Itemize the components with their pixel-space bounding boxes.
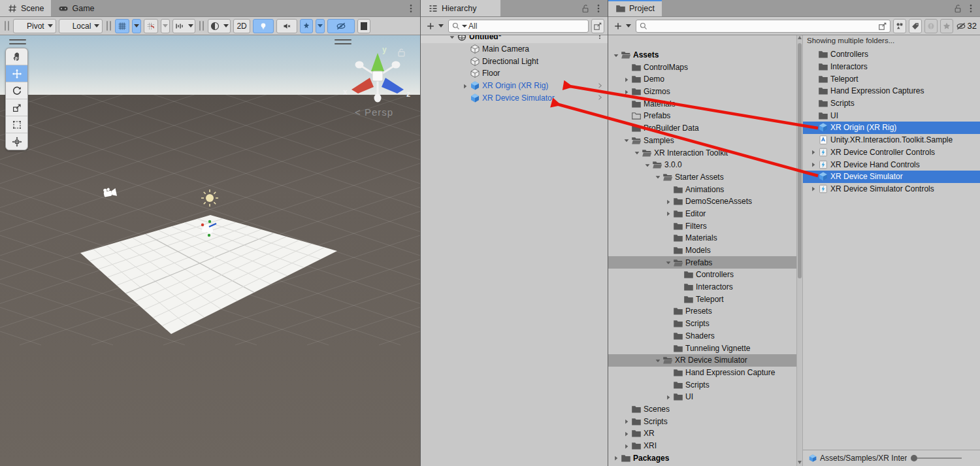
axis-z-cone[interactable] (382, 78, 404, 93)
hierarchy-create-button[interactable] (424, 19, 446, 33)
project-tree-item[interactable]: Models (608, 244, 796, 257)
perspective-label[interactable]: < Persp (355, 107, 393, 118)
project-asset-row[interactable]: Teleport (803, 73, 980, 85)
scrollbar-thumb[interactable] (798, 43, 802, 278)
scrollbar-down-arrow[interactable] (797, 458, 802, 466)
pivot-button[interactable]: Pivot (13, 19, 56, 33)
expand-arrow-icon[interactable] (621, 136, 631, 144)
expand-arrow-icon[interactable] (621, 88, 631, 96)
project-tree-item[interactable]: Samples (608, 135, 796, 147)
project-tree-item[interactable]: Prefabs (608, 256, 796, 269)
expand-arrow-icon[interactable] (653, 356, 662, 365)
project-asset-row[interactable]: Interactors (803, 61, 980, 73)
project-asset-row[interactable]: XR Device Controller Controls (803, 146, 980, 159)
expand-arrow-icon[interactable] (611, 454, 621, 462)
search-by-label-button[interactable] (909, 19, 922, 33)
hierarchy-search-input[interactable]: All (448, 20, 589, 33)
tab-project[interactable]: Project (608, 0, 662, 16)
hidden-packages-toggle[interactable]: 32 (956, 21, 977, 31)
grid-snap-dropdown[interactable] (161, 19, 170, 33)
project-tree-item[interactable]: XRI (608, 440, 796, 452)
expand-arrow-icon[interactable] (808, 184, 818, 193)
project-tree-item[interactable]: Shaders (608, 330, 796, 342)
scene-visibility-button[interactable] (327, 19, 355, 33)
project-tree-item[interactable]: Editor (608, 208, 796, 220)
project-search-input[interactable] (636, 20, 890, 33)
project-menu-kebab-icon[interactable] (966, 3, 976, 14)
prefab-chevron-icon[interactable] (596, 93, 604, 101)
expand-arrow-icon[interactable] (642, 161, 652, 169)
tab-hierarchy[interactable]: Hierarchy (421, 0, 500, 16)
project-asset-row[interactable]: XR Origin (XR Rig) (803, 122, 980, 134)
project-tree-item[interactable]: Starter Assets (608, 171, 796, 184)
project-asset-row[interactable]: Scripts (803, 97, 980, 110)
favorites-star-button[interactable] (940, 19, 953, 33)
effects-dropdown[interactable] (316, 19, 325, 33)
project-lock-icon[interactable] (953, 3, 963, 14)
project-tree-item[interactable]: XR Interaction Toolkit (608, 146, 796, 159)
project-tree-item[interactable]: Scripts (608, 318, 796, 330)
expand-arrow-icon[interactable] (663, 209, 673, 218)
hierarchy-item[interactable]: Floor (421, 67, 608, 80)
expand-arrow-icon[interactable] (611, 51, 621, 59)
zoom-slider-knob[interactable] (911, 455, 917, 461)
toolbar-drag-handle[interactable] (5, 21, 9, 31)
expand-arrow-icon[interactable] (621, 429, 631, 438)
move-tool-button[interactable] (6, 65, 27, 82)
project-asset-row[interactable]: XR Device Hand Controls (803, 158, 980, 171)
project-tree-item[interactable]: 3.0.0 (608, 159, 796, 171)
thumbnail-zoom-slider[interactable] (911, 455, 962, 461)
orientation-gizmo[interactable]: y x z (343, 45, 410, 103)
axis-x-cone[interactable] (351, 78, 374, 93)
project-tree-scrollbar[interactable] (796, 34, 803, 466)
lighting-toggle-button[interactable] (253, 19, 274, 33)
scene-viewport[interactable]: y x z < Persp (0, 35, 420, 466)
hierarchy-picker-button[interactable] (591, 19, 604, 33)
expand-arrow-icon[interactable] (632, 148, 642, 157)
project-tree-item[interactable]: Controllers (608, 269, 796, 281)
expand-arrow-icon[interactable] (653, 173, 662, 181)
hierarchy-lock-icon[interactable] (580, 3, 591, 14)
project-tree-item[interactable]: Assets (608, 49, 796, 61)
project-tree-item[interactable]: Presets (608, 305, 796, 318)
expand-arrow-icon[interactable] (808, 160, 818, 169)
project-tree-item[interactable]: XR (608, 427, 796, 440)
hand-tool-button[interactable] (6, 48, 27, 65)
2d-toggle-button[interactable]: 2D (233, 19, 250, 33)
project-tree-item[interactable]: Demo (608, 73, 796, 86)
project-tree-item[interactable]: Packages (608, 452, 796, 464)
toolbar-drag-handle[interactable] (199, 21, 204, 31)
gizmo-lock-icon[interactable] (399, 49, 404, 56)
hierarchy-item[interactable]: Directional Light (421, 55, 608, 67)
tools-overlay-handle[interactable] (9, 39, 26, 44)
project-tree-item[interactable]: Teleport (608, 293, 796, 305)
project-tree-item[interactable]: XR Device Simulator (608, 354, 796, 367)
project-tree-item[interactable]: Gizmos (608, 86, 796, 98)
axis-y-cone[interactable] (371, 53, 384, 71)
project-tree-item[interactable]: UI (608, 391, 796, 403)
project-tree-item[interactable]: Scripts (608, 378, 796, 391)
project-create-button[interactable] (612, 19, 633, 33)
rect-tool-button[interactable] (6, 116, 27, 133)
search-by-type-button[interactable] (893, 19, 906, 33)
project-tree-item[interactable]: Scenes (608, 403, 796, 416)
toolbar-drag-handle[interactable] (106, 21, 111, 31)
gizmo-overlay-handle[interactable] (335, 39, 351, 44)
tab-scene[interactable]: Scene (0, 0, 51, 16)
hierarchy-scene-row[interactable]: Untitled* (421, 34, 608, 43)
expand-arrow-icon[interactable] (460, 82, 470, 90)
hierarchy-menu-kebab-icon[interactable] (593, 3, 604, 14)
snap-increment-button[interactable] (172, 19, 195, 33)
expand-arrow-icon[interactable] (663, 197, 673, 206)
hierarchy-item[interactable]: XR Origin (XR Rig) (421, 80, 608, 92)
expand-arrow-icon[interactable] (663, 393, 673, 401)
expand-arrow-icon[interactable] (621, 75, 631, 84)
project-tree-item[interactable]: Prefabs (608, 110, 796, 122)
project-tree-item[interactable]: ProBuilder Data (608, 122, 796, 135)
project-asset-row[interactable]: XR Device Simulator (803, 171, 980, 183)
project-tree-item[interactable]: Interactors (608, 281, 796, 293)
project-asset-row[interactable]: Controllers (803, 48, 980, 61)
camera-settings-button-partial[interactable] (357, 19, 370, 33)
project-asset-row[interactable]: UI (803, 109, 980, 122)
rotate-tool-button[interactable] (6, 82, 27, 99)
